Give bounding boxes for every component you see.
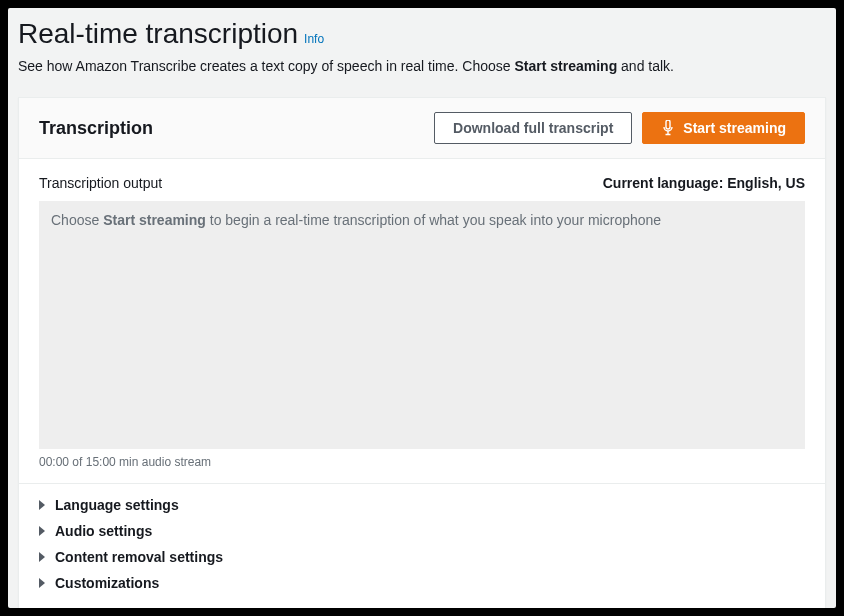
page-description-post: and talk.	[617, 58, 674, 74]
section-audio-settings[interactable]: Audio settings	[39, 518, 805, 544]
download-transcript-button[interactable]: Download full transcript	[434, 112, 632, 144]
transcription-output-area[interactable]: Choose Start streaming to begin a real-t…	[39, 201, 805, 449]
info-link[interactable]: Info	[304, 32, 324, 46]
caret-right-icon	[39, 578, 45, 588]
section-label: Customizations	[55, 575, 159, 591]
section-label: Content removal settings	[55, 549, 223, 565]
output-placeholder-strong: Start streaming	[103, 212, 206, 228]
page-header: Real-time transcription Info See how Ama…	[8, 8, 836, 83]
output-placeholder-pre: Choose	[51, 212, 103, 228]
page-description: See how Amazon Transcribe creates a text…	[18, 56, 826, 77]
microphone-icon	[661, 120, 675, 136]
card-body: Transcription output Current language: E…	[19, 159, 825, 608]
svg-rect-0	[666, 120, 670, 129]
card-actions: Download full transcript Start streaming	[434, 112, 805, 144]
app-frame: Real-time transcription Info See how Ama…	[8, 8, 836, 608]
start-streaming-button[interactable]: Start streaming	[642, 112, 805, 144]
section-content-removal-settings[interactable]: Content removal settings	[39, 544, 805, 570]
caret-right-icon	[39, 552, 45, 562]
page-title-row: Real-time transcription Info	[18, 18, 826, 50]
output-label: Transcription output	[39, 175, 162, 191]
section-label: Language settings	[55, 497, 179, 513]
page-description-pre: See how Amazon Transcribe creates a text…	[18, 58, 514, 74]
section-customizations[interactable]: Customizations	[39, 570, 805, 596]
card-header: Transcription Download full transcript	[19, 98, 825, 159]
current-language-label: Current language: English, US	[603, 175, 805, 191]
transcription-card: Transcription Download full transcript	[18, 97, 826, 608]
download-transcript-label: Download full transcript	[453, 120, 613, 136]
card-title: Transcription	[39, 118, 153, 139]
stream-time-label: 00:00 of 15:00 min audio stream	[39, 455, 805, 469]
section-divider	[19, 483, 825, 484]
caret-right-icon	[39, 526, 45, 536]
caret-right-icon	[39, 500, 45, 510]
page-title: Real-time transcription	[18, 18, 298, 50]
page-description-strong: Start streaming	[514, 58, 617, 74]
output-header-row: Transcription output Current language: E…	[39, 175, 805, 191]
output-placeholder-post: to begin a real-time transcription of wh…	[206, 212, 661, 228]
section-language-settings[interactable]: Language settings	[39, 492, 805, 518]
section-label: Audio settings	[55, 523, 152, 539]
start-streaming-label: Start streaming	[683, 120, 786, 136]
